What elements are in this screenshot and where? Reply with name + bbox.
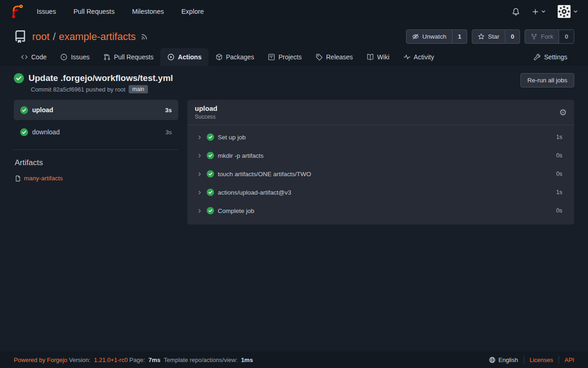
- user-avatar: [558, 5, 571, 18]
- unwatch-button[interactable]: Unwatch 1: [406, 29, 467, 44]
- eye-slash-icon: [412, 33, 419, 40]
- nav-links: Issues Pull Requests Milestones Explore: [37, 8, 204, 15]
- watch-count[interactable]: 1: [452, 30, 467, 43]
- git-pull-request-icon: [103, 53, 111, 61]
- job-detail-panel: upload Success ⚙ Set up job 1s mkdir -p …: [187, 100, 574, 224]
- breadcrumb-separator: /: [53, 31, 56, 43]
- step-row[interactable]: Complete job 0s: [187, 201, 574, 220]
- globe-icon: [489, 356, 496, 363]
- issue-opened-icon: [60, 53, 68, 61]
- repo-header: root / example-artifacts Unwatch: [0, 23, 588, 66]
- tab-packages[interactable]: Packages: [209, 48, 261, 66]
- commit-info: Commit 82a5cf6961 pushed by root: [31, 86, 125, 93]
- artifact-item: many-artifacts: [15, 175, 178, 182]
- chevron-right-icon: [197, 208, 203, 214]
- footer: Powered by Forgejo Version: 1.21.0+1-rc0…: [0, 351, 588, 368]
- chevron-right-icon: [197, 190, 203, 196]
- step-row[interactable]: mkdir -p artifacts 0s: [187, 146, 574, 165]
- run-title: Update .forgejo/workflows/test.yml: [28, 73, 173, 83]
- notifications-bell-icon[interactable]: [512, 7, 520, 16]
- powered-by-link[interactable]: Powered by Forgejo: [14, 356, 67, 363]
- tab-activity[interactable]: Activity: [396, 48, 441, 66]
- success-check-icon: [207, 152, 214, 159]
- success-check-icon: [207, 207, 214, 214]
- nav-link-pull-requests[interactable]: Pull Requests: [74, 8, 114, 15]
- step-row[interactable]: Set up job 1s: [187, 128, 574, 146]
- nav-link-issues[interactable]: Issues: [37, 8, 56, 15]
- book-icon: [367, 53, 374, 61]
- success-check-icon: [207, 189, 214, 196]
- tab-releases[interactable]: Releases: [309, 48, 360, 66]
- repo-breadcrumb: root / example-artifacts: [32, 31, 136, 43]
- step-row[interactable]: touch artifacts/ONE artifacts/TWO 0s: [187, 165, 574, 183]
- actions-run-view: Update .forgejo/workflows/test.yml Commi…: [0, 66, 588, 351]
- branch-badge[interactable]: main: [129, 85, 148, 93]
- chevron-right-icon: [197, 134, 203, 140]
- step-duration: 0s: [556, 171, 562, 177]
- step-duration: 0s: [556, 152, 562, 159]
- steps-list: Set up job 1s mkdir -p artifacts 0s touc…: [187, 125, 574, 224]
- star-icon: [478, 33, 485, 40]
- rerun-all-jobs-button[interactable]: Re-run all jobs: [520, 73, 574, 87]
- gear-icon[interactable]: ⚙: [559, 108, 567, 117]
- chevron-right-icon: [197, 171, 203, 177]
- success-check-icon: [207, 133, 214, 141]
- jobs-sidebar: upload 3s download 3s Artifacts many-art…: [14, 100, 178, 182]
- tab-actions[interactable]: Actions: [160, 48, 208, 66]
- job-item-download[interactable]: download 3s: [14, 122, 178, 142]
- step-row[interactable]: actions/upload-artifact@v3 1s: [187, 183, 574, 201]
- template-time: 1ms: [241, 356, 253, 363]
- tab-issues[interactable]: Issues: [53, 48, 96, 66]
- job-detail-status: Success: [195, 114, 217, 120]
- forgejo-logo-icon[interactable]: [10, 5, 24, 18]
- fork-count[interactable]: 0: [559, 30, 574, 43]
- tab-settings[interactable]: Settings: [526, 48, 574, 66]
- fork-button[interactable]: Fork 0: [525, 29, 574, 44]
- tag-icon: [316, 53, 323, 61]
- star-count[interactable]: 0: [505, 30, 520, 43]
- success-check-icon: [14, 73, 24, 83]
- package-icon: [215, 53, 223, 61]
- footer-divider: [559, 356, 559, 363]
- licenses-link[interactable]: Licenses: [530, 356, 553, 363]
- job-detail-name: upload: [195, 104, 217, 112]
- tab-pull-requests[interactable]: Pull Requests: [96, 48, 160, 66]
- page-time: 7ms: [148, 356, 160, 363]
- file-icon: [15, 175, 21, 182]
- success-check-icon: [20, 128, 28, 136]
- star-button[interactable]: Star 0: [472, 29, 520, 44]
- play-circle-icon: [167, 53, 175, 61]
- git-fork-icon: [531, 33, 537, 40]
- api-link[interactable]: API: [565, 356, 574, 363]
- job-item-upload[interactable]: upload 3s: [14, 100, 178, 120]
- step-duration: 0s: [556, 207, 562, 214]
- repo-owner-link[interactable]: root: [32, 31, 50, 43]
- chevron-right-icon: [197, 153, 203, 159]
- repo-tabs: Code Issues Pull Requests Actions Packag…: [14, 48, 574, 66]
- tab-code[interactable]: Code: [14, 48, 53, 66]
- project-board-icon: [268, 53, 275, 61]
- sidebar-divider: [14, 150, 178, 150]
- repo-icon: [14, 30, 27, 43]
- success-check-icon: [20, 106, 28, 114]
- success-check-icon: [207, 170, 214, 178]
- nav-link-explore[interactable]: Explore: [181, 8, 204, 15]
- version-link[interactable]: 1.21.0+1-rc0: [94, 356, 128, 363]
- tab-projects[interactable]: Projects: [261, 48, 309, 66]
- repo-name-link[interactable]: example-artifacts: [59, 31, 136, 43]
- step-duration: 1s: [556, 134, 562, 140]
- tab-wiki[interactable]: Wiki: [360, 48, 396, 66]
- plus-icon: [532, 8, 539, 15]
- user-menu[interactable]: [558, 5, 578, 18]
- nav-link-milestones[interactable]: Milestones: [132, 8, 164, 15]
- step-duration: 1s: [556, 189, 562, 196]
- rss-icon[interactable]: [141, 33, 148, 40]
- artifact-link[interactable]: many-artifacts: [24, 175, 63, 182]
- chevron-down-icon: [573, 9, 578, 14]
- artifacts-heading: Artifacts: [15, 158, 178, 167]
- footer-info: Powered by Forgejo Version: 1.21.0+1-rc0…: [14, 356, 255, 363]
- top-navbar: Issues Pull Requests Milestones Explore: [0, 0, 588, 23]
- pulse-icon: [403, 53, 411, 61]
- language-selector[interactable]: English: [489, 356, 518, 363]
- create-new-button[interactable]: [532, 8, 546, 15]
